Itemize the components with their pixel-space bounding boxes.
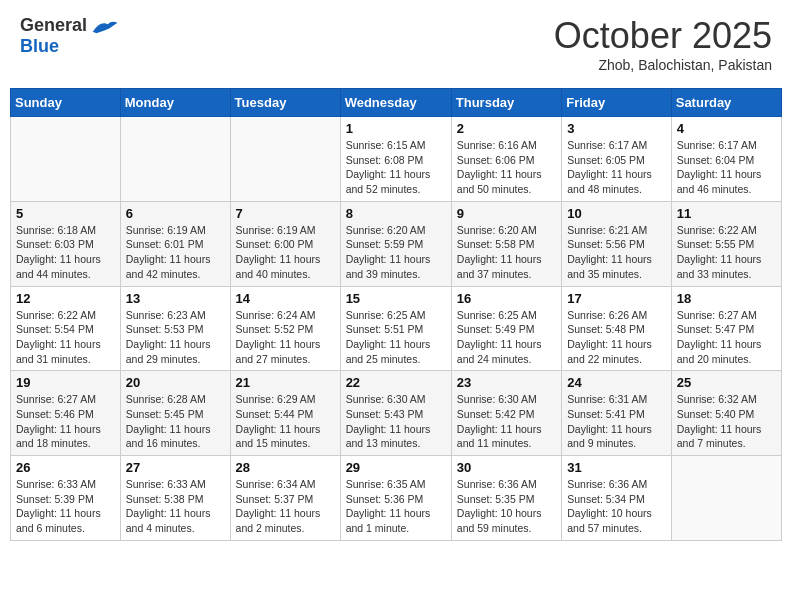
weekday-header-row: SundayMondayTuesdayWednesdayThursdayFrid… [11, 89, 782, 117]
day-info: Sunrise: 6:19 AM Sunset: 6:01 PM Dayligh… [126, 223, 225, 282]
calendar-cell [11, 117, 121, 202]
calendar-cell: 19Sunrise: 6:27 AM Sunset: 5:46 PM Dayli… [11, 371, 121, 456]
day-info: Sunrise: 6:26 AM Sunset: 5:48 PM Dayligh… [567, 308, 666, 367]
calendar-cell: 2Sunrise: 6:16 AM Sunset: 6:06 PM Daylig… [451, 117, 561, 202]
calendar-cell: 25Sunrise: 6:32 AM Sunset: 5:40 PM Dayli… [671, 371, 781, 456]
calendar-cell: 7Sunrise: 6:19 AM Sunset: 6:00 PM Daylig… [230, 201, 340, 286]
calendar-cell: 6Sunrise: 6:19 AM Sunset: 6:01 PM Daylig… [120, 201, 230, 286]
calendar-cell: 23Sunrise: 6:30 AM Sunset: 5:42 PM Dayli… [451, 371, 561, 456]
calendar-cell: 27Sunrise: 6:33 AM Sunset: 5:38 PM Dayli… [120, 456, 230, 541]
day-info: Sunrise: 6:36 AM Sunset: 5:34 PM Dayligh… [567, 477, 666, 536]
day-info: Sunrise: 6:33 AM Sunset: 5:38 PM Dayligh… [126, 477, 225, 536]
day-info: Sunrise: 6:25 AM Sunset: 5:51 PM Dayligh… [346, 308, 446, 367]
day-number: 3 [567, 121, 666, 136]
day-number: 25 [677, 375, 776, 390]
day-number: 9 [457, 206, 556, 221]
logo-bird-icon [89, 16, 119, 36]
calendar-cell: 13Sunrise: 6:23 AM Sunset: 5:53 PM Dayli… [120, 286, 230, 371]
day-number: 23 [457, 375, 556, 390]
day-number: 24 [567, 375, 666, 390]
day-number: 14 [236, 291, 335, 306]
calendar-cell: 10Sunrise: 6:21 AM Sunset: 5:56 PM Dayli… [562, 201, 672, 286]
day-number: 27 [126, 460, 225, 475]
day-info: Sunrise: 6:25 AM Sunset: 5:49 PM Dayligh… [457, 308, 556, 367]
day-number: 1 [346, 121, 446, 136]
day-number: 22 [346, 375, 446, 390]
calendar-cell: 16Sunrise: 6:25 AM Sunset: 5:49 PM Dayli… [451, 286, 561, 371]
day-number: 11 [677, 206, 776, 221]
day-number: 21 [236, 375, 335, 390]
day-number: 2 [457, 121, 556, 136]
calendar-cell: 9Sunrise: 6:20 AM Sunset: 5:58 PM Daylig… [451, 201, 561, 286]
day-info: Sunrise: 6:27 AM Sunset: 5:46 PM Dayligh… [16, 392, 115, 451]
day-number: 15 [346, 291, 446, 306]
calendar-cell: 30Sunrise: 6:36 AM Sunset: 5:35 PM Dayli… [451, 456, 561, 541]
day-number: 17 [567, 291, 666, 306]
day-info: Sunrise: 6:30 AM Sunset: 5:43 PM Dayligh… [346, 392, 446, 451]
day-info: Sunrise: 6:22 AM Sunset: 5:54 PM Dayligh… [16, 308, 115, 367]
day-info: Sunrise: 6:17 AM Sunset: 6:04 PM Dayligh… [677, 138, 776, 197]
weekday-header: Wednesday [340, 89, 451, 117]
calendar-cell: 1Sunrise: 6:15 AM Sunset: 6:08 PM Daylig… [340, 117, 451, 202]
logo-general-text: General [20, 15, 87, 36]
day-info: Sunrise: 6:32 AM Sunset: 5:40 PM Dayligh… [677, 392, 776, 451]
day-info: Sunrise: 6:27 AM Sunset: 5:47 PM Dayligh… [677, 308, 776, 367]
calendar-cell: 8Sunrise: 6:20 AM Sunset: 5:59 PM Daylig… [340, 201, 451, 286]
day-number: 6 [126, 206, 225, 221]
day-info: Sunrise: 6:23 AM Sunset: 5:53 PM Dayligh… [126, 308, 225, 367]
day-number: 30 [457, 460, 556, 475]
calendar-week-row: 1Sunrise: 6:15 AM Sunset: 6:08 PM Daylig… [11, 117, 782, 202]
calendar-cell: 26Sunrise: 6:33 AM Sunset: 5:39 PM Dayli… [11, 456, 121, 541]
calendar-cell: 28Sunrise: 6:34 AM Sunset: 5:37 PM Dayli… [230, 456, 340, 541]
weekday-header: Sunday [11, 89, 121, 117]
weekday-header: Thursday [451, 89, 561, 117]
day-info: Sunrise: 6:30 AM Sunset: 5:42 PM Dayligh… [457, 392, 556, 451]
day-info: Sunrise: 6:28 AM Sunset: 5:45 PM Dayligh… [126, 392, 225, 451]
weekday-header: Tuesday [230, 89, 340, 117]
logo-blue-text: Blue [20, 36, 59, 57]
calendar-cell: 21Sunrise: 6:29 AM Sunset: 5:44 PM Dayli… [230, 371, 340, 456]
calendar-cell: 17Sunrise: 6:26 AM Sunset: 5:48 PM Dayli… [562, 286, 672, 371]
day-info: Sunrise: 6:19 AM Sunset: 6:00 PM Dayligh… [236, 223, 335, 282]
month-title: October 2025 [554, 15, 772, 57]
day-info: Sunrise: 6:18 AM Sunset: 6:03 PM Dayligh… [16, 223, 115, 282]
day-info: Sunrise: 6:16 AM Sunset: 6:06 PM Dayligh… [457, 138, 556, 197]
day-number: 12 [16, 291, 115, 306]
day-info: Sunrise: 6:20 AM Sunset: 5:59 PM Dayligh… [346, 223, 446, 282]
day-info: Sunrise: 6:22 AM Sunset: 5:55 PM Dayligh… [677, 223, 776, 282]
day-number: 4 [677, 121, 776, 136]
calendar-cell: 24Sunrise: 6:31 AM Sunset: 5:41 PM Dayli… [562, 371, 672, 456]
day-info: Sunrise: 6:20 AM Sunset: 5:58 PM Dayligh… [457, 223, 556, 282]
title-section: October 2025 Zhob, Balochistan, Pakistan [554, 15, 772, 73]
calendar-cell [120, 117, 230, 202]
calendar-cell: 3Sunrise: 6:17 AM Sunset: 6:05 PM Daylig… [562, 117, 672, 202]
day-number: 19 [16, 375, 115, 390]
day-number: 13 [126, 291, 225, 306]
weekday-header: Saturday [671, 89, 781, 117]
calendar-cell: 22Sunrise: 6:30 AM Sunset: 5:43 PM Dayli… [340, 371, 451, 456]
calendar-cell: 5Sunrise: 6:18 AM Sunset: 6:03 PM Daylig… [11, 201, 121, 286]
weekday-header: Monday [120, 89, 230, 117]
calendar-cell: 14Sunrise: 6:24 AM Sunset: 5:52 PM Dayli… [230, 286, 340, 371]
day-number: 26 [16, 460, 115, 475]
calendar-cell [230, 117, 340, 202]
day-info: Sunrise: 6:36 AM Sunset: 5:35 PM Dayligh… [457, 477, 556, 536]
calendar-cell: 20Sunrise: 6:28 AM Sunset: 5:45 PM Dayli… [120, 371, 230, 456]
calendar-week-row: 19Sunrise: 6:27 AM Sunset: 5:46 PM Dayli… [11, 371, 782, 456]
calendar-table: SundayMondayTuesdayWednesdayThursdayFrid… [10, 88, 782, 541]
day-info: Sunrise: 6:35 AM Sunset: 5:36 PM Dayligh… [346, 477, 446, 536]
calendar-cell: 11Sunrise: 6:22 AM Sunset: 5:55 PM Dayli… [671, 201, 781, 286]
page-header: General Blue October 2025 Zhob, Balochis… [10, 10, 782, 78]
calendar-cell: 4Sunrise: 6:17 AM Sunset: 6:04 PM Daylig… [671, 117, 781, 202]
day-info: Sunrise: 6:17 AM Sunset: 6:05 PM Dayligh… [567, 138, 666, 197]
calendar-week-row: 12Sunrise: 6:22 AM Sunset: 5:54 PM Dayli… [11, 286, 782, 371]
day-info: Sunrise: 6:29 AM Sunset: 5:44 PM Dayligh… [236, 392, 335, 451]
calendar-cell: 15Sunrise: 6:25 AM Sunset: 5:51 PM Dayli… [340, 286, 451, 371]
calendar-week-row: 5Sunrise: 6:18 AM Sunset: 6:03 PM Daylig… [11, 201, 782, 286]
calendar-cell: 29Sunrise: 6:35 AM Sunset: 5:36 PM Dayli… [340, 456, 451, 541]
day-info: Sunrise: 6:31 AM Sunset: 5:41 PM Dayligh… [567, 392, 666, 451]
weekday-header: Friday [562, 89, 672, 117]
day-info: Sunrise: 6:34 AM Sunset: 5:37 PM Dayligh… [236, 477, 335, 536]
calendar-cell: 31Sunrise: 6:36 AM Sunset: 5:34 PM Dayli… [562, 456, 672, 541]
day-number: 10 [567, 206, 666, 221]
